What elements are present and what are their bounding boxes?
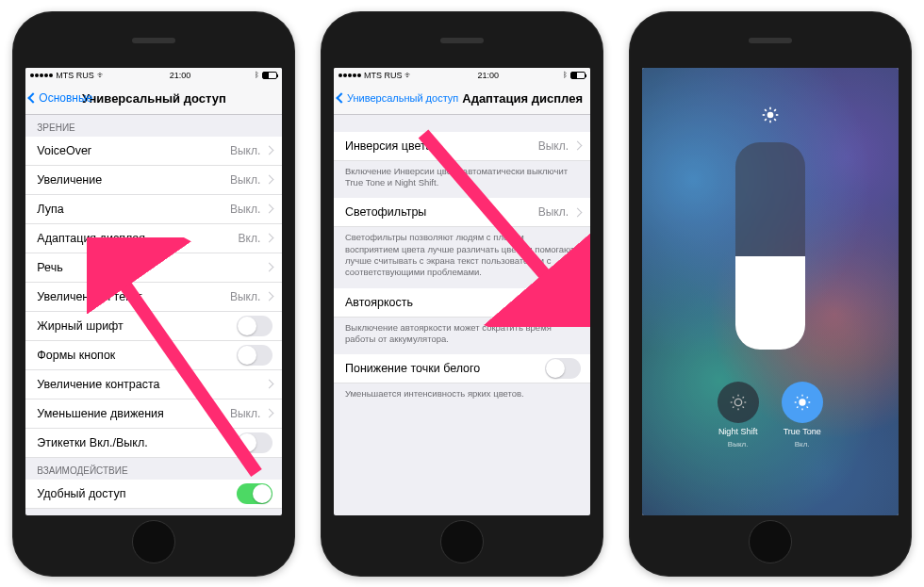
chevron-right-icon [265, 146, 274, 155]
brightness-slider[interactable] [735, 142, 805, 350]
cell-invert-colors[interactable]: Инверсия цвета Выкл. [334, 132, 590, 161]
cell-reduce-motion[interactable]: Уменьшение движения Выкл. [25, 399, 282, 429]
cell-label: Удобный доступ [37, 487, 125, 500]
settings-list[interactable]: Инверсия цвета Выкл. Включение Инверсии … [334, 115, 590, 410]
svg-line-26 [806, 406, 807, 407]
night-shift-icon [718, 382, 759, 423]
cell-speech[interactable]: Речь [25, 253, 282, 283]
toggle-bold-text[interactable] [237, 316, 272, 336]
cell-zoom[interactable]: Увеличение Выкл. [25, 166, 282, 195]
phone-frame-3: Night Shift Выкл. True Tone Вкл. [629, 11, 912, 577]
carrier-label: MTS RUS [364, 71, 403, 80]
cell-magnifier[interactable]: Лупа Выкл. [25, 195, 282, 224]
chevron-right-icon [265, 234, 274, 243]
chevron-left-icon [28, 92, 39, 103]
svg-point-11 [734, 399, 741, 405]
back-button[interactable]: Универсальный доступ [334, 92, 458, 104]
cell-value: Выкл. [230, 407, 260, 420]
svg-point-2 [767, 111, 773, 118]
cell-button-shapes[interactable]: Формы кнопок [25, 341, 282, 370]
section-header-interaction: ВЗАИМОДЕЙСТВИЕ [25, 458, 282, 480]
toggle-onoff-labels[interactable] [237, 432, 272, 453]
footer-invert: Включение Инверсии цвета автоматически в… [334, 161, 590, 199]
cell-value: Выкл. [230, 203, 260, 216]
chevron-right-icon [265, 263, 274, 272]
cell-onoff-labels[interactable]: Этикетки Вкл./Выкл. [25, 429, 282, 458]
cell-label: Понижение точки белого [345, 362, 480, 375]
cell-label: Увеличение [37, 173, 102, 187]
back-button[interactable]: Основные [25, 91, 92, 105]
svg-point-20 [799, 399, 805, 405]
battery-icon [262, 72, 277, 79]
screen-1: MTS RUS ᯤ 21:00 ᛒ Основные Универсальный… [25, 68, 282, 515]
cell-label: Жирный шрифт [37, 319, 124, 333]
chevron-right-icon [265, 380, 274, 389]
phone-frame-2: MTS RUS ᯤ 21:00 ᛒ Универсальный доступ А… [321, 11, 603, 577]
chevron-right-icon [265, 292, 274, 302]
status-bar: MTS RUS ᯤ 21:00 ᛒ [25, 68, 282, 83]
cell-value: Выкл. [230, 290, 260, 303]
nav-bar: Универсальный доступ Адаптация дисплея [334, 83, 590, 115]
toggle-assistive-touch[interactable] [237, 483, 272, 504]
cell-label: Автояркость [345, 296, 413, 309]
cell-voiceover[interactable]: VoiceOver Выкл. [25, 137, 282, 166]
cell-value: Выкл. [230, 144, 260, 157]
footer-auto-brightness: Выключение автояркости может сократить в… [334, 318, 590, 355]
brightness-fill [735, 256, 805, 350]
sun-icon [761, 106, 780, 128]
carrier-label: MTS RUS [56, 71, 94, 80]
control-center[interactable]: Night Shift Выкл. True Tone Вкл. [642, 68, 899, 515]
toggle-white-point[interactable] [545, 358, 581, 379]
cell-bold-text[interactable]: Жирный шрифт [25, 312, 282, 341]
status-time: 21:00 [477, 71, 499, 80]
footer-filters: Светофильтры позволяют людям с плохим во… [334, 227, 590, 287]
signal-icon [338, 73, 361, 77]
toggle-button-shapes[interactable] [237, 345, 272, 366]
cell-assistive-touch[interactable]: Удобный доступ [25, 480, 282, 509]
control-center-background: Night Shift Выкл. True Tone Вкл. [642, 68, 899, 515]
nav-title: Адаптация дисплея [441, 91, 583, 106]
cell-label: Формы кнопок [37, 349, 115, 362]
section-header-vision: ЗРЕНИЕ [25, 115, 282, 137]
toggle-auto-brightness[interactable] [545, 292, 581, 313]
chevron-left-icon [336, 92, 346, 103]
cell-reduce-white-point[interactable]: Понижение точки белого [334, 354, 590, 383]
wifi-icon: ᯤ [404, 71, 413, 80]
settings-list[interactable]: ЗРЕНИЕ VoiceOver Выкл. Увеличение Выкл. … [25, 115, 282, 509]
wifi-icon: ᯤ [97, 71, 106, 80]
cell-auto-brightness[interactable]: Автояркость [334, 288, 590, 318]
chevron-right-icon [573, 141, 583, 151]
battery-icon [570, 72, 586, 79]
true-tone-status: Вкл. [795, 440, 810, 448]
back-label: Основные [39, 91, 92, 105]
cell-increase-contrast[interactable]: Увеличение контраста [25, 370, 282, 399]
svg-line-9 [765, 119, 767, 121]
true-tone-label: True Tone [784, 427, 821, 436]
svg-line-18 [733, 406, 734, 407]
screen-2: MTS RUS ᯤ 21:00 ᛒ Универсальный доступ А… [334, 68, 590, 515]
cell-label: Увеличение контраста [37, 378, 159, 391]
cell-label: Этикетки Вкл./Выкл. [37, 436, 147, 449]
cell-label: Увеличенный текст [37, 290, 141, 303]
cell-label: Уменьшение движения [37, 407, 164, 420]
svg-line-27 [797, 406, 798, 407]
screen-3: Night Shift Выкл. True Tone Вкл. [642, 68, 899, 515]
cell-display-accommodations[interactable]: Адаптация дисплея Вкл. [25, 224, 282, 253]
svg-line-28 [806, 397, 807, 398]
cell-value: Выкл. [230, 173, 260, 187]
back-label: Универсальный доступ [347, 92, 458, 104]
cell-value: Вкл. [239, 232, 261, 245]
bluetooth-icon: ᛒ [255, 71, 259, 79]
chevron-right-icon [265, 175, 274, 185]
cell-label: Инверсия цвета [345, 139, 433, 153]
cell-larger-text[interactable]: Увеличенный текст Выкл. [25, 283, 282, 312]
cell-value: Выкл. [538, 139, 569, 153]
chevron-right-icon [265, 204, 274, 214]
true-tone-button[interactable]: True Tone Вкл. [782, 382, 823, 448]
night-shift-button[interactable]: Night Shift Выкл. [718, 382, 759, 448]
cell-value: Выкл. [538, 205, 569, 219]
cell-color-filters[interactable]: Светофильтры Выкл. [334, 198, 590, 227]
cell-label: VoiceOver [37, 144, 91, 157]
chevron-right-icon [573, 207, 583, 217]
bluetooth-icon: ᛒ [563, 71, 568, 79]
